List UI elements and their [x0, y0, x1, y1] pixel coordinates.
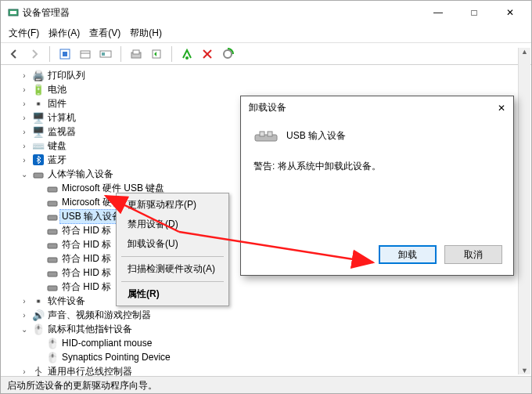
svg-rect-1	[10, 11, 16, 14]
svg-rect-16	[34, 173, 43, 178]
expand-icon[interactable]: ›	[20, 128, 29, 136]
tree-item[interactable]: 电池	[48, 83, 66, 96]
minimize-button[interactable]: —	[420, 1, 456, 24]
mouse-icon: 🖱️	[46, 337, 59, 349]
toolbar-icon-7[interactable]	[199, 45, 216, 63]
expand-icon[interactable]: ›	[20, 71, 29, 80]
keyboard-icon: ⌨️	[32, 139, 45, 152]
sound-icon: 🔊	[32, 309, 45, 321]
svg-rect-17	[48, 187, 57, 192]
maximize-button[interactable]: □	[456, 1, 492, 24]
svg-rect-22	[48, 258, 57, 262]
tree-item[interactable]: 鼠标和其他指针设备	[48, 323, 132, 336]
scrollbar[interactable]	[518, 48, 530, 374]
tree-item[interactable]: 监视器	[48, 125, 76, 139]
svg-point-11	[185, 56, 189, 60]
mouse-icon: 🖱️	[46, 351, 59, 363]
dialog-close-button[interactable]: ✕	[498, 103, 505, 114]
menu-help[interactable]: 帮助(H)	[130, 27, 162, 40]
tree-item[interactable]: 符合 HID 标	[62, 266, 111, 280]
svg-rect-7	[102, 52, 105, 56]
expand-icon[interactable]: ›	[20, 156, 29, 164]
svg-rect-27	[260, 132, 264, 136]
toolbar-icon-6[interactable]	[178, 45, 196, 63]
tree-item[interactable]: 符合 HID 标	[62, 252, 111, 266]
statusbar: 启动所选设备的更新驱动程序向导。	[1, 376, 531, 393]
device-icon	[46, 238, 59, 251]
uninstall-button[interactable]: 卸载	[379, 245, 437, 264]
close-button[interactable]: ✕	[492, 1, 528, 24]
tree-item[interactable]: HID-compliant mouse	[62, 338, 152, 349]
expand-icon[interactable]: ›	[20, 99, 29, 108]
menu-update-driver[interactable]: 更新驱动程序(P)	[118, 195, 227, 215]
bluetooth-icon	[32, 154, 45, 166]
uninstall-dialog: 卸载设备 ✕ USB 输入设备 警告: 将从系统中卸载此设备。 卸载 取消	[240, 96, 514, 276]
menu-disable-device[interactable]: 禁用设备(D)	[118, 215, 227, 234]
device-icon	[46, 224, 59, 237]
forward-button[interactable]	[26, 45, 43, 63]
tree-item[interactable]: 通用串行总线控制器	[48, 365, 132, 377]
usb-icon	[32, 365, 45, 376]
dialog-title: 卸载设备	[249, 101, 286, 114]
svg-rect-9	[133, 50, 139, 54]
svg-rect-28	[268, 132, 272, 136]
device-icon	[46, 266, 59, 279]
toolbar	[1, 43, 531, 65]
expand-icon[interactable]: ›	[20, 142, 29, 150]
tree-item[interactable]: 蓝牙	[48, 154, 66, 167]
device-icon	[46, 196, 59, 208]
menu-action[interactable]: 操作(A)	[49, 27, 80, 40]
back-button[interactable]	[5, 45, 23, 63]
svg-rect-24	[48, 286, 57, 291]
toolbar-icon-8[interactable]	[219, 45, 236, 63]
toolbar-icon-3[interactable]	[97, 45, 114, 63]
svg-rect-21	[48, 244, 57, 248]
window-title: 设备管理器	[23, 6, 70, 20]
tree-item[interactable]: 固件	[48, 97, 66, 110]
tree-item[interactable]: 符合 HID 标	[62, 280, 111, 294]
menu-properties[interactable]: 属性(R)	[118, 284, 227, 304]
software-icon: ▪️	[32, 295, 45, 307]
svg-rect-19	[48, 215, 57, 220]
svg-rect-18	[48, 201, 57, 206]
svg-rect-23	[48, 272, 57, 277]
menu-view[interactable]: 查看(V)	[89, 27, 120, 40]
monitor-icon: 🖥️	[32, 125, 45, 138]
collapse-icon[interactable]: ⌄	[20, 170, 29, 179]
device-icon	[46, 280, 59, 293]
svg-rect-20	[48, 230, 57, 234]
tree-item[interactable]: 声音、视频和游戏控制器	[48, 309, 151, 322]
tree-item[interactable]: 计算机	[48, 111, 76, 125]
svg-point-25	[38, 375, 40, 377]
printer-icon: 🖨️	[32, 69, 45, 81]
tree-item[interactable]: 打印队列	[48, 69, 85, 82]
tree-item[interactable]: 软件设备	[48, 295, 85, 308]
toolbar-icon-4[interactable]	[128, 45, 145, 63]
tree-item[interactable]: Synaptics Pointing Device	[62, 352, 171, 363]
tree-item[interactable]: 符合 HID 标	[62, 238, 111, 251]
mouse-icon: 🖱️	[32, 323, 45, 335]
dialog-device-name: USB 输入设备	[286, 129, 346, 143]
tree-item[interactable]: 键盘	[48, 139, 66, 153]
expand-icon[interactable]: ›	[20, 311, 29, 320]
cancel-button[interactable]: 取消	[444, 245, 502, 264]
toolbar-icon-2[interactable]	[77, 45, 94, 63]
toolbar-icon-1[interactable]	[56, 45, 74, 63]
expand-icon[interactable]: ›	[20, 85, 29, 94]
menu-scan-hardware[interactable]: 扫描检测硬件改动(A)	[118, 259, 227, 279]
app-icon	[7, 6, 20, 19]
tree-item[interactable]: 符合 HID 标	[62, 224, 111, 237]
tree-item[interactable]: 人体学输入设备	[48, 168, 113, 181]
svg-rect-4	[81, 51, 90, 58]
svg-rect-26	[255, 135, 277, 141]
expand-icon[interactable]: ›	[20, 367, 29, 376]
firmware-icon: ▪️	[32, 97, 45, 110]
expand-icon[interactable]: ›	[20, 297, 29, 305]
dialog-warning: 警告: 将从系统中卸载此设备。	[253, 160, 501, 173]
menu-file[interactable]: 文件(F)	[9, 27, 39, 40]
expand-icon[interactable]: ›	[20, 114, 29, 122]
menubar: 文件(F) 操作(A) 查看(V) 帮助(H)	[1, 24, 531, 43]
collapse-icon[interactable]: ⌄	[20, 325, 29, 334]
toolbar-icon-5[interactable]	[148, 45, 165, 63]
menu-uninstall-device[interactable]: 卸载设备(U)	[118, 234, 227, 254]
